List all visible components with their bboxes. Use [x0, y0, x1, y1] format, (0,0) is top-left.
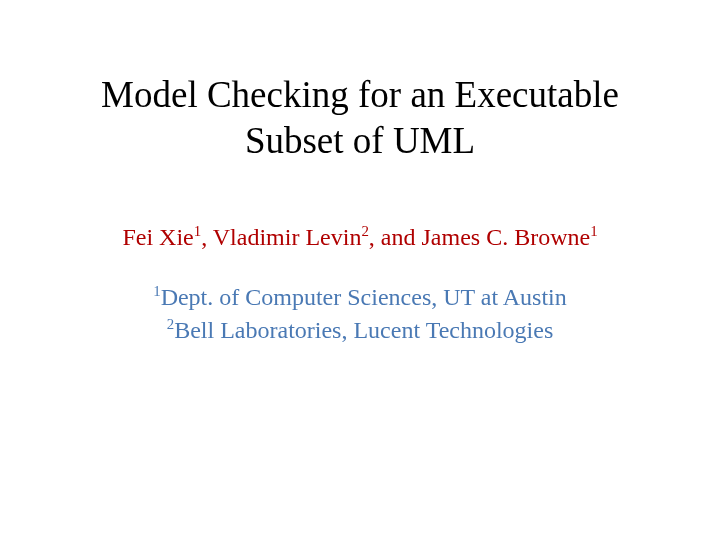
affiliation-2: 2Bell Laboratories, Lucent Technologies [0, 314, 720, 348]
author-3-name: James C. Browne [421, 224, 590, 250]
affil-2-text: Bell Laboratories, Lucent Technologies [174, 317, 553, 343]
author-sep-2: , and [369, 224, 422, 250]
author-sep-1: , [201, 224, 213, 250]
title-line-2: Subset of UML [245, 120, 475, 161]
affil-1-sup: 1 [153, 283, 160, 299]
slide: Model Checking for an Executable Subset … [0, 0, 720, 540]
affiliation-1: 1Dept. of Computer Sciences, UT at Austi… [0, 281, 720, 315]
affiliations: 1Dept. of Computer Sciences, UT at Austi… [0, 281, 720, 348]
author-3-sup: 1 [590, 223, 597, 239]
author-2-name: Vladimir Levin [213, 224, 362, 250]
slide-title: Model Checking for an Executable Subset … [0, 0, 720, 165]
affil-1-text: Dept. of Computer Sciences, UT at Austin [161, 284, 567, 310]
author-1-name: Fei Xie [122, 224, 193, 250]
title-line-1: Model Checking for an Executable [101, 74, 619, 115]
author-2-sup: 2 [361, 223, 368, 239]
authors-line: Fei Xie1, Vladimir Levin2, and James C. … [0, 221, 720, 253]
